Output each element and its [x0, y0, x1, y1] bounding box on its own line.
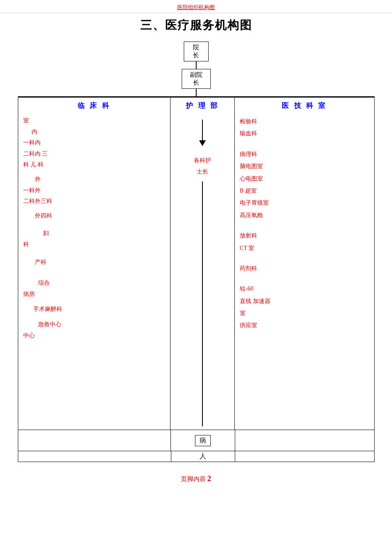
rt-zhixian: 直线 加速器 — [240, 295, 369, 307]
rt-jianyan: 检验科 — [240, 115, 369, 127]
nav-link[interactable]: 医院组织机构图 — [177, 4, 215, 10]
branch-h-line — [18, 96, 375, 97]
dept-fu: 妇 — [23, 228, 166, 239]
footer-label: 页脚内容 — [181, 476, 206, 482]
rt-bchao: B 超室 — [240, 185, 369, 197]
top-hierarchy: 院长 副院长 — [18, 42, 375, 97]
org-chart: 院长 副院长 临 床 科 室 — [18, 42, 375, 462]
col-clinical: 临 床 科 室 内 一科内 二科内 三 科 儿 科 外 一科外 二科外三科 外四… — [18, 98, 171, 430]
col-nursing: 护 理 部 各科护 士长 — [170, 98, 235, 430]
top-nav: 医院组织机构图 — [0, 0, 392, 13]
bottom-left-space — [18, 430, 171, 451]
page-container: 医院组织机构图 三、医疗服务机构图 院长 副院长 — [0, 0, 392, 555]
v-line-2 — [196, 89, 197, 96]
yuanzhang-box: 院长 — [184, 42, 209, 61]
bingr-box: 病 — [195, 435, 211, 446]
dept-er: 二科内 三 — [23, 149, 166, 160]
fuyuanzhang-text: 副院长 — [190, 71, 202, 86]
rt-gu60: 钴-60 — [240, 283, 369, 295]
dept-chan: 产科 — [23, 257, 166, 268]
dept-shunei: 室 — [23, 115, 166, 127]
medtech-header: 医 技 科 室 — [240, 101, 369, 110]
dept-shoushu: 手术麻醉科 — [23, 304, 166, 315]
three-columns: 临 床 科 室 内 一科内 二科内 三 科 儿 科 外 一科外 二科外三科 外四… — [18, 97, 375, 430]
dept-binf: 病房 — [23, 289, 166, 300]
bottom-right-space — [235, 430, 374, 451]
dept-wai-si: 外四科 — [23, 210, 166, 222]
dept-fu-ke: 科 — [23, 239, 166, 250]
rt-gaoya: 高压氧舱 — [240, 209, 369, 221]
arrow-head — [199, 140, 206, 146]
dept-wai-yi: 一科外 — [23, 185, 166, 196]
bottom-row: 病 — [18, 430, 375, 451]
nursing-geke: 各科护 — [194, 155, 211, 166]
dept-jijiu: 急救中心 — [23, 319, 166, 330]
bll — [18, 451, 171, 462]
bingr-ren-row: 人 — [18, 451, 375, 462]
middle-v-line — [202, 181, 203, 426]
rt-yaoji: 药剂科 — [240, 262, 369, 274]
bingr-ren: 人 — [171, 451, 235, 462]
rt-bingli: 病理科 — [240, 148, 369, 160]
rt-shi: 室 — [240, 307, 369, 319]
dept-yi: 一科内 — [23, 137, 166, 149]
rt-naodian: 脑电图室 — [240, 160, 369, 172]
dept-ke-er: 科 儿 科 — [23, 159, 166, 171]
rt-shuxue: 输血科 — [240, 127, 369, 139]
rt-weijing: 电子胃镜室 — [240, 197, 369, 209]
rt-fangsh: 放射科 — [240, 230, 369, 242]
fuyuanzhang-box: 副院长 — [182, 69, 211, 89]
rt-ct: CT 室 — [240, 242, 369, 254]
page-footer: 页脚内容 2 — [0, 470, 392, 487]
bingr-text: 病 — [200, 437, 206, 444]
page-title: 三、医疗服务机构图 — [0, 17, 392, 33]
nursing-shiz: 士长 — [197, 166, 208, 178]
yuanzhang-text: 院长 — [193, 44, 199, 59]
rt-gongying: 供应室 — [240, 319, 369, 331]
dept-nei: 内 — [23, 127, 166, 138]
arrow-shaft — [202, 120, 203, 140]
col-medical-tech: 医 技 科 室 检验科 输血科 病理科 脑电图室 心电图室 B 超室 电子胃镜室… — [235, 98, 374, 430]
clinical-header: 临 床 科 — [23, 101, 166, 110]
dept-zonghe: 综合 — [23, 278, 166, 289]
bottom-mid-box: 病 — [171, 430, 235, 451]
brr — [235, 451, 375, 462]
dept-jijiu-zhx: 中心 — [23, 330, 166, 342]
nursing-header: 护 理 部 — [186, 101, 219, 110]
dept-wai: 外 — [23, 174, 166, 185]
rt-xindian: 心电图室 — [240, 173, 369, 185]
v-line-1 — [196, 61, 197, 69]
arrow-down-container — [199, 120, 206, 146]
dept-wai-er: 二科外三科 — [23, 196, 166, 207]
footer-number: 2 — [207, 474, 211, 483]
